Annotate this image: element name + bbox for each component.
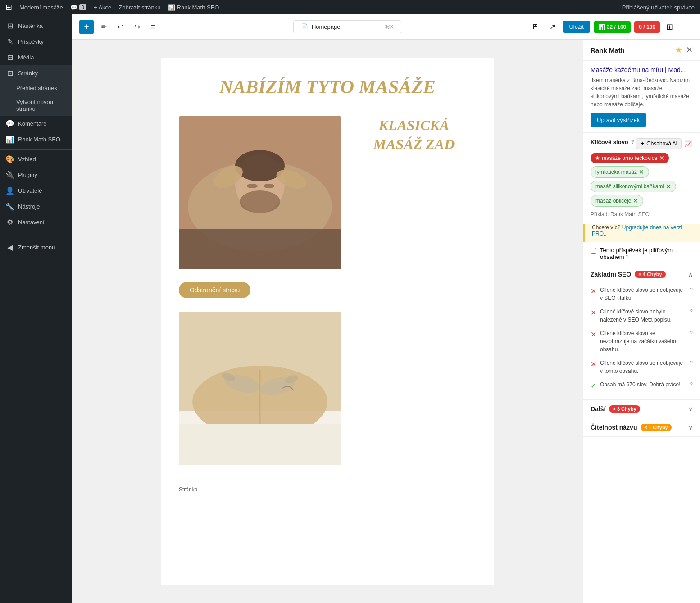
seo-score-btn[interactable]: 📊 32 / 100 xyxy=(594,21,631,33)
content-side-1: KLASICKÁ MASÁŽ ZAD xyxy=(352,116,476,154)
keyword-tag-2: masáž silikonovými baňkami ✕ xyxy=(591,181,676,192)
comment-count: 0 xyxy=(79,4,86,10)
editor-toolbar: + ✏ ↩ ↪ ≡ 📄 Homepage ⌘K xyxy=(72,14,700,40)
keyword-input[interactable] xyxy=(591,210,693,218)
massage-image-2 xyxy=(179,312,341,465)
massage-image-placeholder-2 xyxy=(179,312,341,465)
keyword-remove-0[interactable]: ✕ xyxy=(659,154,664,162)
seo-item-help-1[interactable]: ? xyxy=(690,308,693,316)
seo-item-help-0[interactable]: ? xyxy=(690,286,693,294)
dalsi-header[interactable]: Další × 3 Chyby ∨ xyxy=(583,400,700,418)
success-icon-4: ✓ xyxy=(591,381,596,391)
seo-score-text: 32 / 100 xyxy=(607,24,626,30)
list-view-btn[interactable]: ≡ xyxy=(147,20,159,34)
layout-toggle-btn[interactable]: ⊞ xyxy=(664,19,676,35)
undo-btn[interactable]: ↩ xyxy=(114,20,127,34)
tools-btn[interactable]: ✏ xyxy=(97,20,110,34)
citelnost-error-badge: × 1 Chyby xyxy=(641,424,671,431)
citelnost-section: Čitelnost názvu × 1 Chyby ∨ xyxy=(583,418,700,437)
add-block-btn[interactable]: + xyxy=(79,20,94,34)
page-title-text: Homepage xyxy=(312,23,341,30)
view-page-btn[interactable]: Zobrazit stránku xyxy=(118,4,160,11)
user-info[interactable]: Přihlášený uživatel: správce xyxy=(622,4,695,11)
keyword-tag-primary: ★ masáže brno řečkovice ✕ xyxy=(591,153,669,163)
sidebar-item-appearance[interactable]: 🎨 Vzhled xyxy=(0,151,72,167)
editor-canvas[interactable]: NABÍZÍM TYTO MASÁŽE xyxy=(72,40,583,603)
dashboard-icon: ⊞ xyxy=(5,22,14,30)
sidebar-item-tools[interactable]: 🔧 Nástroje xyxy=(0,199,72,214)
more-options-btn[interactable]: ⋮ xyxy=(679,19,693,35)
seo-item-help-3[interactable]: ? xyxy=(690,359,693,367)
sidebar-item-dashboard[interactable]: ⊞ Nástěnka xyxy=(0,18,72,34)
page-title-bar[interactable]: 📄 Homepage ⌘K xyxy=(293,20,401,33)
desktop-preview-btn[interactable]: 🖥 xyxy=(528,20,542,34)
basic-seo-title: Základní SEO × 4 Chyby xyxy=(591,271,666,278)
seo-item-help-2[interactable]: ? xyxy=(690,329,693,337)
keyword-text-1: lymfatická masáž xyxy=(595,169,637,175)
keyword-label: Klíčové slovo ? xyxy=(591,139,634,145)
basic-seo-chevron: ∧ xyxy=(688,271,693,278)
external-icon: ↗ xyxy=(550,23,555,31)
keyword-remove-1[interactable]: ✕ xyxy=(639,168,644,176)
edit-snippet-btn[interactable]: Upravit výstřižek xyxy=(591,113,646,127)
rank-math-admin-bar-btn[interactable]: 📊 Rank Math SEO xyxy=(168,4,219,11)
rank-math-icon: 📊 xyxy=(168,4,175,11)
sidebar-submenu-new-page[interactable]: Vytvořit novou stránku xyxy=(0,95,72,116)
keyword-remove-2[interactable]: ✕ xyxy=(666,183,671,190)
pillar-checkbox[interactable] xyxy=(591,248,596,254)
citelnost-chevron: ∨ xyxy=(688,424,693,431)
sidebar-item-plugins[interactable]: 🔌 Pluginy xyxy=(0,167,72,183)
editor-canvas-area: NABÍZÍM TYTO MASÁŽE xyxy=(72,40,700,603)
sidebar-item-settings[interactable]: ⚙ Nastavení xyxy=(0,214,72,230)
keyword-primary-text: masáže brno řečkovice xyxy=(602,155,657,161)
dalsi-error-badge: × 3 Chyby xyxy=(609,405,640,413)
trend-icon-btn[interactable]: 📈 xyxy=(683,139,693,148)
media-icon: ⊟ xyxy=(5,53,14,62)
save-btn[interactable]: Uložit xyxy=(563,21,590,33)
comment-count-area[interactable]: 💬 0 xyxy=(70,4,86,11)
error-icon-2: ✕ xyxy=(591,329,596,340)
sidebar-item-pages[interactable]: ⊡ Stránky xyxy=(0,65,72,81)
sidebar-item-posts[interactable]: ✎ Příspěvky xyxy=(0,34,72,50)
ai-btn[interactable]: ✦ Obsahová AI xyxy=(636,138,682,149)
keyword-help-icon[interactable]: ? xyxy=(631,139,634,145)
close-btn[interactable]: ✕ xyxy=(686,45,693,55)
keyword-tag-3: masáž obličeje ✕ xyxy=(591,195,643,207)
external-link-btn[interactable]: ↗ xyxy=(546,20,559,34)
snippet-title: Masáže každému na míru | Mod... xyxy=(591,66,693,73)
sidebar-item-comments[interactable]: 💬 Komentáře xyxy=(0,116,72,131)
pillar-help-icon[interactable]: ? xyxy=(626,254,629,260)
sidebar-submenu-all-pages[interactable]: Přehled stránek xyxy=(0,81,72,95)
seo-item-help-4[interactable]: ? xyxy=(690,381,693,389)
sidebar-item-users[interactable]: 👤 Uživatelé xyxy=(0,183,72,199)
redo-icon: ↪ xyxy=(134,23,140,31)
sidebar-item-media[interactable]: ⊟ Média xyxy=(0,50,72,65)
admin-bar: ⊞ Moderní masáže 💬 0 + Akce Zobrazit str… xyxy=(0,0,700,14)
seo-item-text-1: Cílené klíčové slovo nebylo nalezené v S… xyxy=(600,308,684,324)
basic-seo-error-badge: × 4 Chyby xyxy=(635,271,665,278)
seo-item-4: ✓ Obsah má 670 slov. Dobrá práce! ? xyxy=(591,378,693,394)
snippet-preview: Masáže každému na míru | Mod... Jsem mas… xyxy=(583,61,700,133)
error-icon-0: ✕ xyxy=(591,286,596,297)
odstraneni-stresu-btn[interactable]: Odstranění stresu xyxy=(179,282,250,298)
new-action-btn[interactable]: + Akce xyxy=(94,4,111,11)
pillar-section: Tento příspěvek je pilířovým obsahem ? xyxy=(583,242,700,265)
star-icon[interactable]: ★ xyxy=(675,45,682,55)
citelnost-header[interactable]: Čitelnost názvu × 1 Chyby ∨ xyxy=(583,418,700,436)
basic-seo-header[interactable]: Základní SEO × 4 Chyby ∧ xyxy=(583,265,700,283)
keyword-text-3: masáž obličeje xyxy=(595,198,631,204)
keyword-tag-1: lymfatická masáž ✕ xyxy=(591,166,649,178)
sidebar-collapse-btn[interactable]: ◀ Zmenšit menu xyxy=(0,240,72,255)
ai-icon: ✦ xyxy=(640,141,645,147)
rank-math-header-actions: ★ ✕ xyxy=(675,45,693,55)
list-icon: ≡ xyxy=(151,23,155,31)
redo-btn[interactable]: ↪ xyxy=(131,20,144,34)
site-name[interactable]: Moderní masáže xyxy=(19,4,63,11)
pencil-icon: ✏ xyxy=(101,23,107,31)
keyword-remove-3[interactable]: ✕ xyxy=(633,197,638,204)
wordpress-logo[interactable]: ⊞ xyxy=(5,2,12,12)
seo-item-0: ✕ Cílené klíčové slovo se neobjevuje v S… xyxy=(591,283,693,305)
sidebar-item-rankmath[interactable]: 📊 Rank Math SEO xyxy=(0,131,72,147)
readability-score-btn[interactable]: 0 / 100 xyxy=(634,21,660,33)
massage-image-placeholder-1 xyxy=(179,116,341,269)
